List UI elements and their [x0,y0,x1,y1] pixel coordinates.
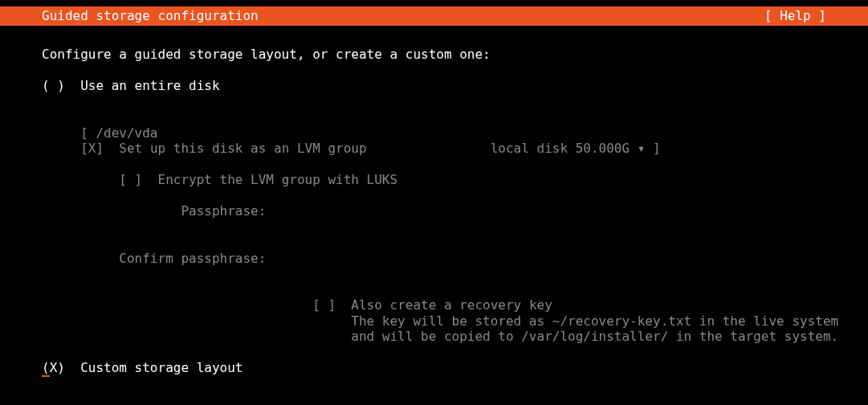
confirm-passphrase-row: Confirm passphrase: [42,251,826,267]
checkbox-encrypt-box[interactable]: [ ] [119,172,142,187]
disk-select[interactable]: [ /dev/vda local disk 50.000G ▾ ] [42,109,826,125]
checkbox-encrypt-label: Encrypt the LVM group with LUKS [158,172,398,187]
passphrase-row: Passphrase: [42,203,826,219]
checkbox-recovery[interactable]: [ ] Also create a recovery key [42,297,826,313]
radio-custom-layout[interactable]: (X) [42,360,65,375]
help-button[interactable]: [ Help ] [764,8,826,24]
disk-select-path: /dev/vda [96,125,157,141]
title-bar: Guided storage configuration [ Help ] [0,6,868,26]
confirm-passphrase-label: Confirm passphrase: [119,251,266,266]
disk-select-close: ] [653,141,661,156]
checkbox-encrypt[interactable]: [ ] Encrypt the LVM group with LUKS [42,172,826,188]
option-entire-disk-label: Use an entire disk [80,78,219,93]
option-use-entire-disk[interactable]: ( ) Use an entire disk [42,78,826,94]
checkbox-recovery-box[interactable]: [ ] [312,297,336,313]
checkbox-lvm[interactable]: [X] Set up this disk as an LVM group [42,141,826,157]
radio-entire-disk[interactable]: ( ) [42,78,65,93]
option-custom-layout-label: Custom storage layout [80,360,242,375]
page-title: Guided storage configuration [42,8,259,24]
option-custom-layout[interactable]: (X) Custom storage layout [42,360,826,405]
checkbox-recovery-label: Also create a recovery key [351,297,552,313]
disk-select-open: [ [80,125,96,141]
content: Configure a guided storage layout, or cr… [42,47,826,405]
intro-text: Configure a guided storage layout, or cr… [42,47,826,63]
checkbox-lvm-label: Set up this disk as an LVM group [119,141,366,156]
checkbox-lvm-box[interactable]: [X] [80,141,104,156]
cursor-underline [42,375,50,377]
recovery-line2: The key will be stored as ~/recovery-key… [42,313,826,329]
passphrase-label: Passphrase: [181,203,266,219]
recovery-line3: and will be copied to /var/log/installer… [42,329,826,345]
disk-select-info: local disk 50.000G ▾ [491,141,653,156]
